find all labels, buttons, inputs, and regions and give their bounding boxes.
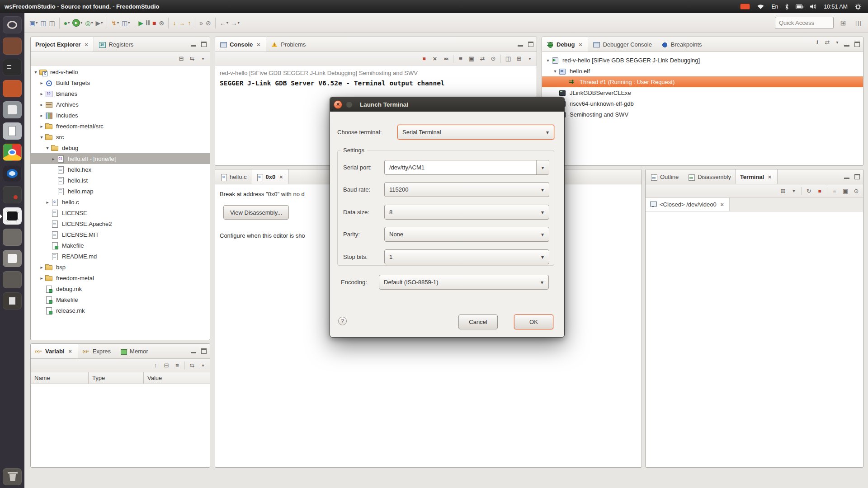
view-menu-icon[interactable] <box>198 54 208 64</box>
tab-memory[interactable]: Memor <box>115 344 152 358</box>
choose-terminal-select[interactable]: Serial Terminal <box>397 125 554 140</box>
tree-item[interactable]: freedom-metal <box>31 272 210 283</box>
tree-item[interactable]: riscv64-unknown-elf-gdb <box>542 98 863 109</box>
freedomstudio-app-icon[interactable] <box>3 207 22 225</box>
minimize-view-button[interactable] <box>516 40 525 48</box>
pin-terminal-icon[interactable] <box>851 186 861 196</box>
tab-terminal[interactable]: Terminal <box>735 169 778 184</box>
display-selected-console-icon[interactable] <box>503 54 513 64</box>
expander-icon[interactable] <box>44 200 51 205</box>
wifi-icon[interactable] <box>757 4 764 9</box>
session-gear-icon[interactable] <box>854 3 862 10</box>
console-output[interactable]: red-v-hello [SiFive GDB SEGGER J-Link De… <box>215 66 537 91</box>
back-button[interactable]: ←▾ <box>218 16 230 30</box>
dash-home-icon[interactable] <box>3 16 22 33</box>
tab-project-explorer[interactable]: Project Explorer <box>31 37 94 52</box>
stop-bits-select[interactable]: 1 <box>384 249 549 264</box>
disconnect-button[interactable]: ⊗ <box>158 16 166 30</box>
expander-icon[interactable] <box>38 113 45 118</box>
debug-button[interactable]: ●▾ <box>62 16 71 30</box>
link-icon[interactable] <box>187 361 197 371</box>
terminal-session-tab[interactable]: <Closed> /dev/video0 <box>646 198 730 211</box>
step-return-button[interactable]: ↑ <box>186 16 192 30</box>
tree-item[interactable]: red-v-hello [SiFive GDB SEGGER J-Link De… <box>542 55 863 66</box>
tree-item[interactable]: hello.hex <box>31 164 210 175</box>
terminate-icon[interactable] <box>419 54 429 64</box>
open-console-button[interactable]: ◫▾ <box>120 16 131 30</box>
encoding-select[interactable]: Default (ISO-8859-1) <box>379 275 549 290</box>
tree-item[interactable]: Semihosting and SWV <box>542 109 863 120</box>
minimize-view-button[interactable] <box>189 347 198 355</box>
clear-console-icon[interactable] <box>456 54 466 64</box>
tab-disassembly[interactable]: Disassembly <box>683 169 736 184</box>
open-console-icon[interactable] <box>514 54 524 64</box>
expander-icon[interactable] <box>33 70 39 75</box>
serial-port-combo[interactable]: /dev/ttyACM1 <box>384 160 549 175</box>
minimize-view-button[interactable] <box>842 40 851 48</box>
clock[interactable]: 10:51 AM <box>824 4 848 10</box>
volume-icon[interactable] <box>810 4 817 9</box>
tree-item[interactable]: LICENSE.Apache2 <box>31 218 210 229</box>
tab-debugger-console[interactable]: Debugger Console <box>588 37 656 52</box>
expander-icon[interactable] <box>38 102 45 107</box>
trash-icon[interactable] <box>3 468 22 485</box>
tab-breakpoints[interactable]: Breakpoints <box>656 37 707 52</box>
scroll-lock-icon[interactable] <box>467 54 476 64</box>
debug-info-icon[interactable] <box>812 37 822 47</box>
tree-item[interactable]: bsp <box>31 262 210 272</box>
column-value[interactable]: Value <box>144 372 210 384</box>
external-tools-button[interactable]: ▶▾ <box>94 16 104 30</box>
console-menu-icon[interactable] <box>525 54 535 64</box>
dialog-close-button[interactable] <box>334 100 342 109</box>
tab-expressions[interactable]: Expres <box>78 344 115 358</box>
tree-item[interactable]: hello.c <box>31 197 210 207</box>
show-columns-icon[interactable] <box>172 361 182 371</box>
column-type[interactable]: Type <box>89 372 144 384</box>
tree-item[interactable]: JLinkGDBServerCLExe <box>542 87 863 98</box>
tab-0x0[interactable]: 0x0 <box>251 169 289 184</box>
run-button[interactable]: ▶▾ <box>71 16 84 30</box>
tree-item[interactable]: src <box>31 131 210 142</box>
tab-hello-c[interactable]: hello.c <box>215 169 251 184</box>
save-all-button[interactable]: ◫ <box>47 16 56 30</box>
profile-button[interactable]: ◎▾ <box>84 16 94 30</box>
terminate-button[interactable]: ■ <box>151 16 157 30</box>
pin-console-icon[interactable] <box>488 54 498 64</box>
tab-variables[interactable]: Variabl <box>31 344 78 358</box>
tree-item[interactable]: Includes <box>31 110 210 121</box>
tree-item[interactable]: LICENSE <box>31 207 210 218</box>
open-perspective-button[interactable]: ⊞ <box>837 17 849 29</box>
view-disassembly-button[interactable]: View Disassembly... <box>223 205 289 220</box>
keyboard-layout-indicator[interactable]: En <box>771 4 778 10</box>
maximize-view-button[interactable] <box>526 40 535 48</box>
show-logical-structure-icon[interactable] <box>151 361 160 371</box>
skip-breakpoints-button[interactable]: ⊘ <box>204 16 212 30</box>
tab-outline[interactable]: Outline <box>646 169 683 184</box>
office-app-icon[interactable] <box>3 122 22 140</box>
suspend-button[interactable] <box>145 16 151 30</box>
remove-launch-icon[interactable] <box>430 54 440 64</box>
tab-close-icon[interactable] <box>67 348 73 354</box>
forward-button[interactable]: →▾ <box>230 16 241 30</box>
expander-icon[interactable] <box>38 135 45 140</box>
expander-icon[interactable] <box>38 124 45 129</box>
step-into-button[interactable]: ↓ <box>171 16 177 30</box>
new-wizard-button[interactable]: ▣▾ <box>28 16 39 30</box>
tree-item[interactable]: LICENSE.MIT <box>31 229 210 240</box>
remove-all-launches-icon[interactable] <box>441 54 451 64</box>
terminal-menu-icon[interactable] <box>789 186 799 196</box>
expander-icon[interactable] <box>552 69 558 74</box>
tree-item[interactable]: Makefile <box>31 240 210 251</box>
expander-icon[interactable] <box>545 58 551 63</box>
disconnect-icon[interactable] <box>815 186 825 196</box>
collapse-all-icon[interactable] <box>176 54 186 64</box>
tree-item[interactable]: hello.elf <box>542 66 863 76</box>
expander-icon[interactable] <box>38 80 45 85</box>
tab-close-icon[interactable] <box>278 174 284 180</box>
tree-item[interactable]: hello.map <box>31 186 210 197</box>
expander-icon[interactable] <box>44 145 51 150</box>
tab-close-icon[interactable] <box>767 174 773 180</box>
expander-icon[interactable] <box>38 265 45 270</box>
tree-item[interactable]: Binaries <box>31 88 210 99</box>
terminal-app-icon[interactable] <box>3 59 22 76</box>
